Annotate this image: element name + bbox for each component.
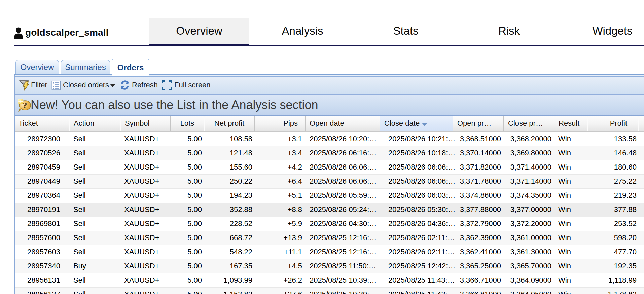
svg-text:?: ? [23,101,27,110]
